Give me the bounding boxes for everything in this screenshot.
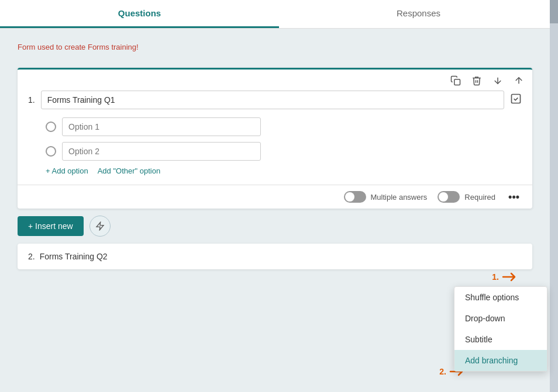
- lightning-button[interactable]: [89, 216, 111, 237]
- menu-item-shuffle[interactable]: Shuffle options: [454, 287, 547, 308]
- move-up-icon[interactable]: [514, 75, 524, 86]
- main-container: Questions Responses Form used to create …: [0, 0, 558, 392]
- options-list: [46, 117, 522, 161]
- scrollbar[interactable]: [550, 0, 558, 392]
- toggle-dot-multiple: [345, 192, 354, 202]
- add-option-row: + Add option Add "Other" option: [46, 166, 522, 175]
- question-card-2: 2. Forms Training Q2: [18, 244, 532, 269]
- svg-rect-0: [454, 79, 460, 85]
- option-radio-1: [46, 122, 56, 132]
- question-toolbar: [18, 70, 532, 88]
- context-menu: Shuffle options Drop-down Subtitle Add b…: [454, 286, 547, 372]
- tab-questions[interactable]: Questions: [0, 0, 279, 28]
- insert-row: + Insert new: [18, 216, 532, 237]
- copy-icon[interactable]: [450, 75, 461, 86]
- menu-item-dropdown[interactable]: Drop-down: [454, 308, 547, 329]
- menu-item-branching[interactable]: Add branching: [454, 350, 547, 371]
- delete-icon[interactable]: [471, 75, 482, 86]
- question2-row: 2. Forms Training Q2: [18, 244, 532, 269]
- question-footer: Multiple answers Required •••: [18, 185, 532, 209]
- question-type-icon[interactable]: [510, 93, 522, 107]
- required-label: Required: [464, 193, 495, 202]
- svg-rect-3: [512, 94, 521, 103]
- toggle-dot-required: [439, 192, 448, 202]
- question-title-row: 1.: [28, 91, 522, 109]
- add-other-option-button[interactable]: Add "Other" option: [98, 166, 161, 175]
- move-down-icon[interactable]: [492, 75, 503, 86]
- scrollbar-thumb[interactable]: [550, 0, 558, 23]
- option-input-1[interactable]: [62, 117, 261, 136]
- question-body: 1.: [18, 88, 532, 185]
- multiple-answers-toggle[interactable]: [344, 191, 366, 203]
- tab-bar: Questions Responses: [0, 0, 558, 29]
- form-description: Form used to create Forms training!: [18, 38, 532, 56]
- required-toggle-group: Required: [438, 191, 495, 203]
- option-input-2[interactable]: [62, 142, 261, 161]
- question-card-1: 1.: [18, 68, 532, 209]
- question-title-input[interactable]: [41, 91, 504, 109]
- annotation-2-label: 2.: [439, 367, 446, 376]
- svg-marker-4: [97, 222, 104, 230]
- insert-new-button[interactable]: + Insert new: [18, 216, 84, 236]
- multiple-answers-toggle-group: Multiple answers: [344, 191, 428, 203]
- required-toggle[interactable]: [438, 191, 460, 203]
- content-area: Form used to create Forms training!: [0, 29, 550, 279]
- question2-title: Forms Training Q2: [40, 252, 108, 261]
- option-row-2: [46, 142, 522, 161]
- menu-item-subtitle[interactable]: Subtitle: [454, 329, 547, 350]
- annotation-1-arrow: [501, 270, 517, 284]
- more-options-button[interactable]: •••: [506, 192, 522, 202]
- option-row-1: [46, 117, 522, 136]
- question2-number: 2.: [28, 252, 35, 261]
- option-radio-2: [46, 146, 56, 157]
- add-option-button[interactable]: + Add option: [46, 166, 88, 175]
- annotation-1: 1.: [492, 270, 517, 284]
- question-number: 1.: [28, 95, 35, 105]
- tab-responses[interactable]: Responses: [279, 0, 558, 28]
- annotation-1-label: 1.: [492, 272, 499, 282]
- multiple-answers-label: Multiple answers: [371, 193, 428, 202]
